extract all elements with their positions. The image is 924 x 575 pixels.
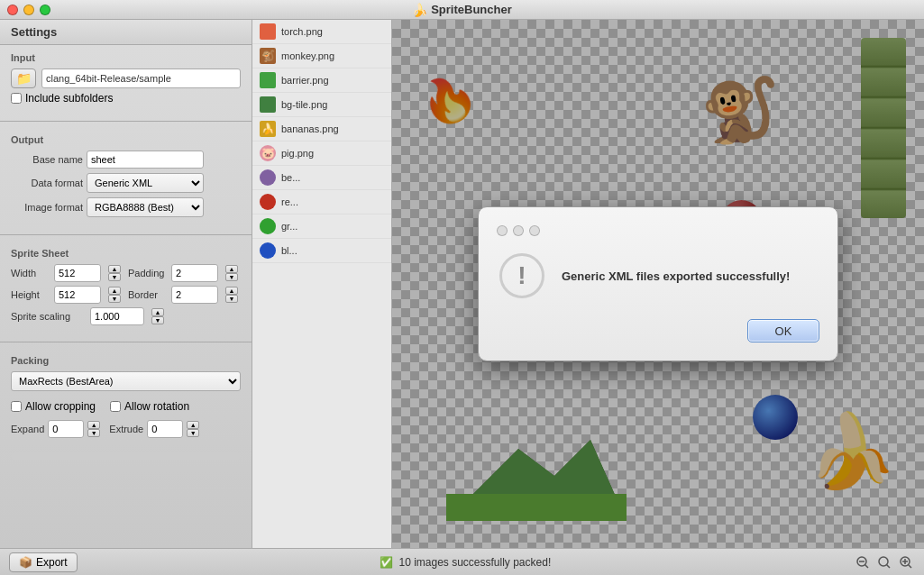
base-name-input[interactable] xyxy=(87,151,204,169)
file-icon-torch xyxy=(260,23,276,40)
sprite-scaling-label: Sprite scaling xyxy=(11,311,83,322)
modal-overlay: ! Generic XML files exported successfull… xyxy=(392,20,924,548)
width-stepper[interactable]: ▲ ▼ xyxy=(108,265,121,281)
width-down[interactable]: ▼ xyxy=(108,273,121,281)
file-name-torch: torch.png xyxy=(281,26,323,37)
file-icon-bananas: 🍌 xyxy=(260,121,276,137)
input-path-field[interactable] xyxy=(41,68,241,88)
app-title: SpriteBuncher xyxy=(431,3,512,16)
image-format-select[interactable]: RGBA8888 (Best) xyxy=(87,197,204,217)
expand-input[interactable] xyxy=(48,420,84,438)
height-up[interactable]: ▲ xyxy=(108,287,121,295)
scaling-stepper[interactable]: ▲ ▼ xyxy=(151,308,164,324)
zoom-in-button[interactable] xyxy=(897,553,915,571)
ok-button[interactable]: OK xyxy=(747,319,819,342)
folder-browse-button[interactable]: 📁 xyxy=(11,68,36,88)
file-item-bgtile[interactable]: bg-tile.png xyxy=(252,93,391,117)
allow-rotation-checkbox[interactable] xyxy=(110,401,121,412)
padding-label: Padding xyxy=(128,268,164,278)
border-input[interactable] xyxy=(171,286,218,304)
file-icon-barrier xyxy=(260,72,276,88)
include-subfolders-checkbox[interactable] xyxy=(11,93,22,104)
expand-up[interactable]: ▲ xyxy=(87,421,100,429)
input-section-title: Input xyxy=(11,52,241,63)
file-item-gr[interactable]: gr... xyxy=(252,214,391,239)
extrude-input[interactable] xyxy=(147,420,183,438)
close-button[interactable] xyxy=(7,5,18,15)
padding-stepper[interactable]: ▲ ▼ xyxy=(225,265,238,281)
extrude-up[interactable]: ▲ xyxy=(187,421,199,429)
padding-up[interactable]: ▲ xyxy=(225,265,238,273)
base-name-row: Base name xyxy=(11,151,241,169)
file-item-barrier[interactable]: barrier.png xyxy=(252,68,391,93)
file-icon-pig: 🐷 xyxy=(260,145,276,161)
image-format-row: Image format RGBA8888 (Best) xyxy=(11,197,241,217)
width-input[interactable] xyxy=(54,264,101,282)
allow-rotation-label: Allow rotation xyxy=(124,400,189,413)
sprite-sheet-title: Sprite Sheet xyxy=(11,248,241,259)
modal-footer: OK xyxy=(497,319,819,342)
modal-max-btn[interactable] xyxy=(529,225,540,236)
file-icon-bgtile xyxy=(260,96,276,113)
border-up[interactable]: ▲ xyxy=(225,287,238,295)
zoom-fit-button[interactable] xyxy=(875,553,893,571)
file-name-re: re... xyxy=(281,196,298,207)
allow-cropping-checkbox[interactable] xyxy=(11,401,22,412)
preview-area: 🐒 🍌 🔥 xyxy=(392,20,924,548)
modal-min-btn[interactable] xyxy=(513,225,524,236)
window-controls xyxy=(7,5,50,15)
padding-input[interactable] xyxy=(171,264,218,282)
extrude-down[interactable]: ▼ xyxy=(187,429,199,437)
padding-down[interactable]: ▼ xyxy=(225,273,238,281)
svg-line-4 xyxy=(865,564,869,568)
include-subfolders-row: Include subfolders xyxy=(11,92,241,105)
height-label: Height xyxy=(11,289,47,300)
scaling-up[interactable]: ▲ xyxy=(151,308,164,316)
divider-3 xyxy=(0,342,252,342)
file-name-pig: pig.png xyxy=(281,148,314,159)
height-border-row: Height ▲ ▼ Border ▲ ▼ xyxy=(11,286,241,304)
border-label: Border xyxy=(128,289,164,300)
minimize-button[interactable] xyxy=(23,5,34,15)
file-item-monkey[interactable]: 🐒 monkey.png xyxy=(252,44,391,68)
data-format-label: Data format xyxy=(11,178,83,188)
status-text-area: ✅ 10 images successfully packed! xyxy=(380,556,551,569)
file-item-bl[interactable]: bl... xyxy=(252,239,391,263)
file-item-be[interactable]: be... xyxy=(252,166,391,190)
file-name-bgtile: bg-tile.png xyxy=(281,99,327,110)
expand-stepper[interactable]: ▲ ▼ xyxy=(87,421,100,437)
height-down[interactable]: ▼ xyxy=(108,295,121,303)
file-item-pig[interactable]: 🐷 pig.png xyxy=(252,141,391,166)
output-section: Output Base name Data format Generic XML… xyxy=(0,127,252,229)
border-down[interactable]: ▼ xyxy=(225,295,238,303)
expand-down[interactable]: ▼ xyxy=(87,429,100,437)
expand-label: Expand xyxy=(11,424,44,434)
app-icon: 🍌 xyxy=(412,3,427,17)
extrude-stepper[interactable]: ▲ ▼ xyxy=(187,421,199,437)
maximize-button[interactable] xyxy=(40,5,50,15)
modal-exclamation-icon: ! xyxy=(499,253,544,298)
extrude-item: Extrude ▲ ▼ xyxy=(109,420,199,438)
border-stepper[interactable]: ▲ ▼ xyxy=(225,287,238,303)
crop-rotation-row: Allow cropping Allow rotation xyxy=(11,397,241,416)
export-button[interactable]: 📦 Export xyxy=(9,552,78,572)
file-item-re[interactable]: re... xyxy=(252,190,391,214)
sprite-scaling-input[interactable] xyxy=(90,307,144,325)
data-format-select[interactable]: Generic XML xyxy=(87,173,204,193)
file-list-panel: torch.png 🐒 monkey.png barrier.png bg-ti… xyxy=(252,20,392,548)
packing-title: Packing xyxy=(11,355,241,366)
width-up[interactable]: ▲ xyxy=(108,265,121,273)
scaling-down[interactable]: ▼ xyxy=(151,316,164,324)
algorithm-select[interactable]: MaxRects (BestArea) MaxRects (BestLong) … xyxy=(11,371,241,391)
modal-close-btn[interactable] xyxy=(497,225,508,236)
width-padding-row: Width ▲ ▼ Padding ▲ ▼ xyxy=(11,264,241,282)
zoom-out-button[interactable] xyxy=(854,553,872,571)
folder-icon: 📁 xyxy=(16,71,32,86)
file-item-torch[interactable]: torch.png xyxy=(252,20,391,44)
file-item-bananas[interactable]: 🍌 bananas.png xyxy=(252,117,391,141)
main-layout: Settings Input 📁 Include subfolders Outp… xyxy=(0,20,924,548)
height-stepper[interactable]: ▲ ▼ xyxy=(108,287,121,303)
data-format-row: Data format Generic XML xyxy=(11,173,241,193)
sprite-sheet-section: Sprite Sheet Width ▲ ▼ Padding ▲ ▼ Heigh… xyxy=(0,241,252,336)
height-input[interactable] xyxy=(54,286,101,304)
